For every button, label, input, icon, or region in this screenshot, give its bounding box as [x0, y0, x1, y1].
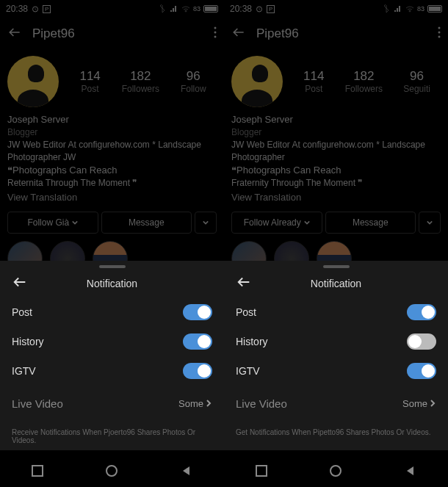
status-bar: 20:38 P 83 — [0, 0, 224, 18]
svg-point-1 — [214, 27, 217, 29]
view-translation-link[interactable]: View Translation — [231, 191, 441, 204]
alarm-icon — [31, 4, 40, 13]
stat-following[interactable]: 96Follow — [181, 69, 206, 94]
android-nav-bar — [224, 455, 448, 487]
bio-category: Blogger — [7, 126, 217, 139]
signal-icon — [394, 4, 402, 13]
toggle-post[interactable] — [407, 304, 436, 320]
message-button[interactable]: Message — [101, 212, 192, 234]
row-post: Post — [236, 297, 436, 327]
stat-followers[interactable]: 182Followers — [122, 69, 159, 94]
back-button[interactable] — [231, 25, 246, 43]
clock: 20:38 — [6, 4, 28, 14]
signal-icon — [170, 4, 178, 13]
back-button[interactable] — [7, 25, 22, 43]
sheet-title: Notification — [236, 278, 436, 289]
bio-sub: Reternita Through The Moment ❞ — [7, 177, 217, 190]
highlights-row: My Job Calabria Salento — [0, 241, 224, 261]
svg-point-2 — [214, 32, 217, 34]
header-username: Pipet96 — [32, 26, 203, 41]
svg-point-6 — [438, 32, 441, 34]
row-history: History — [236, 327, 436, 356]
bio-name: Joseph Server — [7, 113, 217, 126]
highlight-item[interactable]: Salento — [317, 241, 352, 261]
status-bar: 20:38 P 83 — [224, 0, 448, 18]
bio-category: Blogger — [231, 126, 441, 139]
row-post: Post — [12, 297, 212, 327]
suggest-button[interactable] — [419, 212, 441, 234]
bluetooth-icon — [158, 4, 167, 13]
nav-home-button[interactable] — [330, 465, 342, 477]
toggle-igtv[interactable] — [407, 363, 436, 379]
p-icon: P — [43, 5, 51, 13]
sheet-title: Notification — [12, 278, 212, 289]
more-options-button[interactable] — [438, 26, 441, 41]
sheet-note: Receive Notifications When Pjoerto96 Sha… — [12, 428, 212, 444]
row-history: History — [12, 327, 212, 356]
toggle-history[interactable] — [183, 333, 212, 350]
sheet-handle[interactable] — [99, 265, 126, 268]
wifi-icon — [405, 4, 414, 13]
battery-pct: 83 — [193, 5, 200, 12]
bio-quote: ❝Photographs Can Reach — [231, 164, 441, 177]
nav-recent-button[interactable] — [256, 465, 267, 477]
highlights-row: My Job Palatino Salento — [224, 241, 448, 261]
row-igtv: IGTV — [12, 356, 212, 386]
toggle-igtv[interactable] — [183, 363, 212, 379]
nav-back-button[interactable] — [405, 465, 416, 477]
stat-posts[interactable]: 114Post — [303, 69, 324, 94]
notification-sheet: Notification Post History IGTV Live Vide… — [0, 261, 224, 450]
chevron-right-icon — [429, 400, 436, 407]
nav-home-button[interactable] — [106, 465, 118, 477]
battery-pct: 83 — [417, 5, 424, 12]
nav-back-button[interactable] — [181, 465, 192, 477]
row-live-video[interactable]: Live Video Some — [236, 387, 436, 419]
stat-following[interactable]: 96Seguiti — [403, 69, 430, 94]
stat-posts[interactable]: 114Post — [79, 69, 100, 94]
message-button[interactable]: Message — [325, 212, 416, 234]
wifi-icon — [181, 4, 190, 13]
svg-point-7 — [438, 36, 441, 38]
avatar[interactable] — [7, 56, 59, 107]
chevron-right-icon — [205, 400, 212, 407]
row-live-video[interactable]: Live Video Some — [12, 387, 212, 419]
avatar[interactable] — [231, 56, 283, 107]
follow-button[interactable]: Follow Già — [7, 212, 98, 234]
alarm-icon — [255, 4, 264, 13]
bio-line: JW Web Editor At configurehow.com * Land… — [231, 139, 441, 164]
row-igtv: IGTV — [236, 356, 436, 386]
more-options-button[interactable] — [214, 26, 217, 41]
highlight-item[interactable]: Palatino — [274, 241, 309, 261]
battery-icon — [203, 5, 218, 12]
bio-sub: Fraternity Through The Moment ❞ — [231, 177, 441, 190]
sheet-handle[interactable] — [323, 265, 350, 268]
bio-line: JW Web Editor At configurehow.com * Land… — [7, 139, 217, 164]
svg-point-5 — [438, 27, 441, 29]
view-translation-link[interactable]: View Translation — [7, 191, 217, 204]
toggle-history[interactable] — [407, 333, 436, 350]
bio-quote: ❝Photographs Can Reach — [7, 164, 217, 177]
svg-point-3 — [214, 36, 217, 38]
p-icon: P — [267, 5, 275, 13]
battery-icon — [427, 5, 442, 12]
toggle-post[interactable] — [183, 304, 212, 320]
header-username: Pipet96 — [256, 26, 427, 41]
suggest-button[interactable] — [195, 212, 217, 234]
nav-recent-button[interactable] — [32, 465, 43, 477]
bluetooth-icon — [382, 4, 391, 13]
clock: 20:38 — [230, 4, 252, 14]
sheet-note: Get Notifications When Pipetto96 Shares … — [236, 428, 436, 436]
highlight-item[interactable]: My Job — [7, 241, 43, 261]
follow-button[interactable]: Follow Already — [231, 212, 322, 234]
android-nav-bar — [0, 455, 224, 487]
notification-sheet: Notification Post History IGTV Live Vide… — [224, 261, 448, 450]
highlight-item[interactable]: Salento — [93, 241, 128, 261]
stat-followers[interactable]: 182Followers — [345, 69, 383, 94]
highlight-item[interactable]: My Job — [231, 241, 267, 261]
bio-name: Joseph Server — [231, 113, 441, 126]
highlight-item[interactable]: Calabria — [50, 241, 85, 261]
